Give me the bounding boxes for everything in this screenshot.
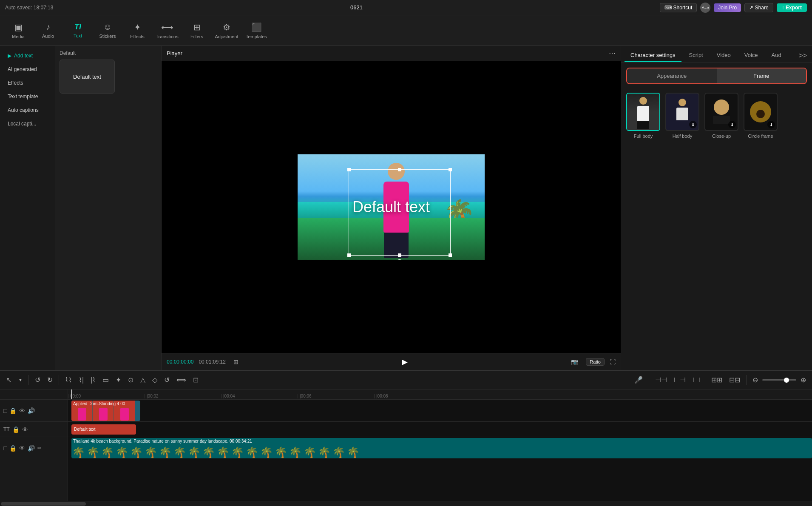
track-lock-icon[interactable]: 🔒	[9, 407, 17, 414]
select-tool[interactable]: ↖	[3, 374, 14, 386]
track-visibility-icon[interactable]: 👁	[19, 407, 25, 414]
join-pro-button[interactable]: Join Pro	[714, 3, 741, 12]
toolbar-effects[interactable]: ✦ Effects	[122, 17, 152, 44]
speed-tool[interactable]: ⊙	[125, 374, 136, 386]
download-icon-circle[interactable]: ⬇	[767, 121, 775, 128]
track-text-visibility-icon[interactable]: 👁	[22, 426, 28, 433]
clip-mid-tool[interactable]: ⊢⊣	[671, 374, 688, 386]
tab-script[interactable]: Script	[683, 49, 709, 62]
toolbar-adjustment[interactable]: ⚙ Adjustment	[212, 17, 241, 44]
track-bg-audio-icon[interactable]: 🔊	[28, 445, 35, 452]
frame-item-full-body[interactable]: Full body	[626, 93, 660, 139]
tl-separator-4	[746, 375, 747, 385]
frame-item-close-up[interactable]: ⬇ Close-up	[704, 93, 738, 139]
appearance-tab[interactable]: Appearance	[627, 68, 717, 83]
crop-tool[interactable]: ✦	[113, 374, 124, 386]
clip-end-tool[interactable]: ⊢⊢	[690, 374, 707, 386]
zoom-in-icon[interactable]: ⊕	[798, 374, 809, 386]
undo-button[interactable]: ↺	[32, 374, 43, 386]
tab-voice[interactable]: Voice	[738, 49, 764, 62]
frame-thumb-circle[interactable]: ⬇	[744, 93, 778, 131]
handle-bottom-right[interactable]	[449, 253, 452, 257]
track-row-text: Default text	[68, 422, 812, 437]
handle-bottom-mid[interactable]	[398, 253, 401, 257]
toolbar-media[interactable]: ▣ Media	[3, 17, 33, 44]
track-bg-visibility-icon[interactable]: 👁	[19, 445, 25, 452]
zoom-slider[interactable]	[762, 379, 796, 381]
download-icon-half[interactable]: ⬇	[689, 121, 697, 128]
tab-character-settings[interactable]: Character settings	[625, 49, 681, 62]
frame-item-half-body[interactable]: ⬇ Half body	[665, 93, 699, 139]
ai-generated-button[interactable]: AI generated	[3, 63, 52, 76]
group2-tool[interactable]: ⊟⊟	[727, 374, 743, 386]
frame-thumb-half-body[interactable]: ⬇	[665, 93, 699, 131]
audio-icon: ♪	[46, 22, 50, 32]
microphone-icon[interactable]: 🎤	[632, 374, 645, 386]
auto-captions-button[interactable]: Auto captions	[3, 104, 52, 117]
player-more-icon[interactable]: ⋯	[609, 49, 616, 57]
scrollbar-thumb[interactable]	[1, 502, 86, 506]
screenshot-icon[interactable]: 📷	[568, 358, 581, 366]
track-bg-edit-icon[interactable]: ✏	[37, 445, 42, 451]
toolbar-stickers[interactable]: ☺ Stickers	[93, 17, 122, 44]
frame-thumb-full-body[interactable]	[626, 93, 660, 131]
delete-tool[interactable]: ▭	[100, 374, 111, 386]
frame-tab[interactable]: Frame	[717, 68, 806, 83]
text-clip[interactable]: Default text	[71, 424, 136, 435]
user-avatar[interactable]: A...u	[700, 3, 710, 13]
add-text-button[interactable]: ▶ Add text	[3, 49, 52, 62]
more-tabs-icon[interactable]: >>	[797, 49, 809, 62]
group-tool[interactable]: ⊞⊞	[709, 374, 725, 386]
zoom-out-icon[interactable]: ⊖	[750, 374, 761, 386]
toolbar-filters[interactable]: ⊞ Filters	[182, 17, 212, 44]
screenshot-tl-tool[interactable]: ⊡	[190, 374, 201, 386]
redo-button[interactable]: ↻	[45, 374, 55, 386]
trim-end-tool[interactable]: |⌇	[88, 374, 98, 386]
freeze-tool[interactable]: △	[138, 374, 148, 386]
split-tool[interactable]: ⌇⌇	[62, 374, 74, 386]
playhead[interactable]	[71, 389, 72, 399]
bg-clip[interactable]: Thailand 4k beach background. Paradise n…	[71, 438, 812, 458]
frame-thumb-close-up[interactable]: ⬇	[704, 93, 738, 131]
toolbar-transitions[interactable]: ⟷ Transitions	[152, 17, 182, 44]
timeline-scrollbar[interactable]	[0, 501, 812, 506]
tab-audio[interactable]: Aud	[766, 49, 787, 62]
play-button[interactable]: ▶	[402, 357, 408, 367]
default-text-card[interactable]: Default text	[60, 60, 115, 94]
rotate-tool[interactable]: ↺	[162, 374, 172, 386]
video-clip[interactable]: Applied Dom-Standing 4 00	[71, 401, 140, 421]
handle-bottom-left[interactable]	[347, 253, 351, 257]
mirror-tool[interactable]: ⟺	[174, 374, 189, 386]
handle-top-right[interactable]	[449, 168, 452, 171]
effects-sidebar-button[interactable]: Effects	[3, 77, 52, 89]
download-icon-close[interactable]: ⬇	[728, 121, 736, 128]
frame-label-full-body: Full body	[634, 134, 653, 139]
toolbar-text[interactable]: TI Text	[63, 17, 93, 44]
tab-video[interactable]: Video	[711, 49, 737, 62]
handle-top-mid[interactable]	[398, 168, 401, 171]
clip-start-tool[interactable]: ⊣⊣	[653, 374, 670, 386]
local-captions-button[interactable]: Local capti...	[3, 117, 52, 130]
toolbar-audio[interactable]: ♪ Audio	[33, 17, 63, 44]
track-text-lock-icon[interactable]: 🔒	[12, 426, 20, 433]
share-button[interactable]: ↗ Share	[744, 3, 773, 12]
trim-start-tool[interactable]: ⌇|	[76, 374, 86, 386]
ratio-button[interactable]: Ratio	[586, 358, 605, 366]
selection-box[interactable]: ↻	[349, 169, 451, 256]
handle-top-left[interactable]	[347, 168, 351, 171]
frame-label-close-up: Close-up	[712, 134, 731, 139]
fullscreen-icon[interactable]: ⛶	[610, 358, 616, 365]
select-dropdown[interactable]: ▼	[16, 376, 25, 384]
auto-tool[interactable]: ◇	[150, 374, 160, 386]
shortcut-button[interactable]: ⌨ Shortcut	[660, 3, 697, 12]
text-template-button[interactable]: Text template	[3, 90, 52, 103]
frame-item-circle-frame[interactable]: ⬇ Circle frame	[744, 93, 778, 139]
timeline-track-labels: □ 🔒 👁 🔊 TT 🔒 👁 □ 🔒 👁 🔊 ✏	[0, 389, 68, 501]
grid-view-icon[interactable]: ⊞	[231, 358, 241, 366]
track-audio-icon[interactable]: 🔊	[28, 407, 35, 414]
toolbar-templates[interactable]: ⬛ Templates	[241, 17, 271, 44]
track-bg-lock-icon[interactable]: 🔒	[9, 445, 17, 452]
right-panel-tabs: Character settings Script Video Voice Au…	[621, 46, 812, 63]
filters-icon: ⊞	[193, 22, 201, 32]
export-button[interactable]: ↑ Export	[777, 3, 807, 12]
